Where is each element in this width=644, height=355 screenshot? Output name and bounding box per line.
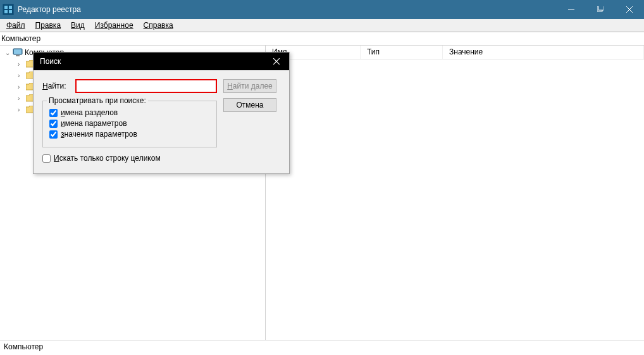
- checkbox-values[interactable]: [49, 120, 58, 128]
- look-at-groupbox: Просматривать при поиске: имена разделов…: [42, 101, 217, 147]
- menu-bar: Файл Правка Вид Избранное Справка: [0, 19, 644, 32]
- svg-rect-0: [4, 6, 8, 9]
- find-dialog-close-button[interactable]: [264, 53, 289, 70]
- maximize-button[interactable]: [586, 0, 615, 19]
- checkbox-whole-label: Искать только строку целиком: [54, 154, 161, 163]
- checkbox-keys-label: имена разделов: [61, 108, 118, 117]
- chevron-right-icon[interactable]: [18, 72, 25, 79]
- find-input[interactable]: [75, 79, 217, 93]
- svg-rect-6: [598, 6, 604, 10]
- window-titlebar: Редактор реестра: [0, 0, 644, 19]
- checkbox-values-row[interactable]: имена параметров: [49, 119, 210, 128]
- svg-rect-2: [4, 10, 8, 13]
- column-type[interactable]: Тип: [361, 46, 443, 59]
- find-dialog-title: Поиск: [40, 57, 61, 66]
- chevron-down-icon[interactable]: [5, 49, 13, 56]
- menu-favorites[interactable]: Избранное: [90, 20, 139, 31]
- find-next-button[interactable]: Найти далее: [223, 79, 276, 93]
- checkbox-data[interactable]: [49, 130, 58, 139]
- checkbox-whole-row[interactable]: Искать только строку целиком: [42, 154, 217, 163]
- window-title: Редактор реестра: [18, 5, 557, 14]
- menu-edit[interactable]: Правка: [30, 20, 66, 31]
- menu-view[interactable]: Вид: [66, 20, 90, 31]
- svg-rect-11: [16, 55, 20, 56]
- list-header: Имя Тип Значение: [266, 46, 644, 59]
- chevron-right-icon[interactable]: [18, 106, 25, 113]
- minimize-button[interactable]: [557, 0, 586, 19]
- status-bar: Компьютер: [0, 340, 644, 355]
- find-dialog-titlebar[interactable]: Поиск: [34, 53, 289, 70]
- chevron-right-icon[interactable]: [18, 95, 25, 102]
- address-bar[interactable]: Компьютер: [0, 32, 644, 46]
- close-button[interactable]: [615, 0, 644, 19]
- chevron-right-icon[interactable]: [18, 84, 25, 90]
- svg-rect-10: [14, 49, 22, 54]
- menu-file[interactable]: Файл: [1, 20, 30, 31]
- checkbox-keys[interactable]: [49, 109, 58, 117]
- computer-icon: [13, 47, 23, 58]
- app-icon: [3, 4, 14, 15]
- column-value[interactable]: Значение: [443, 46, 644, 59]
- chevron-right-icon[interactable]: [18, 61, 25, 68]
- look-at-title: Просматривать при поиске:: [47, 96, 148, 105]
- checkbox-data-row[interactable]: значения параметров: [49, 130, 210, 139]
- checkbox-data-label: значения параметров: [61, 130, 137, 139]
- find-dialog: Поиск Найти: Просматривать при поиске: и…: [33, 52, 290, 174]
- address-path: Компьютер: [1, 34, 40, 43]
- svg-rect-3: [9, 10, 12, 13]
- menu-help[interactable]: Справка: [139, 20, 178, 31]
- svg-rect-1: [9, 6, 12, 9]
- checkbox-whole-string[interactable]: [42, 154, 51, 163]
- status-text: Компьютер: [4, 342, 43, 351]
- cancel-button[interactable]: Отмена: [223, 98, 276, 112]
- checkbox-values-label: имена параметров: [61, 119, 127, 128]
- list-pane[interactable]: Имя Тип Значение: [266, 46, 644, 340]
- checkbox-keys-row[interactable]: имена разделов: [49, 108, 210, 117]
- find-label: Найти:: [42, 82, 75, 90]
